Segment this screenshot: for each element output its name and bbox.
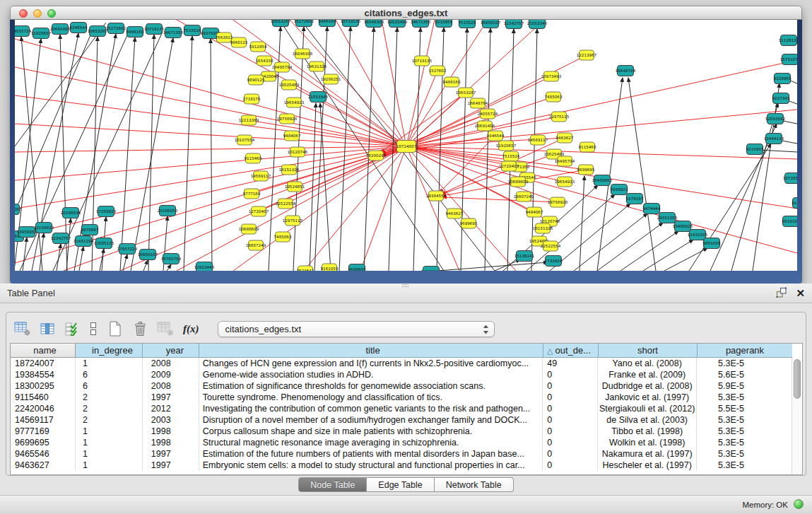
table-cell[interactable]: 18300295 — [11, 380, 76, 392]
column-header-in-degree[interactable]: in_degree — [76, 344, 143, 358]
table-cell[interactable]: Jankovic et al. (1997) — [598, 392, 697, 403]
graph-node[interactable]: 10688609 — [239, 224, 259, 234]
graph-node[interactable]: 14671358 — [163, 28, 184, 38]
table-cell[interactable]: 2 — [76, 403, 143, 414]
table-row[interactable]: 1830029562008Estimation of significance … — [11, 380, 792, 392]
table-cell[interactable]: 1 — [76, 448, 143, 460]
close-panel-icon[interactable]: ✕ — [796, 288, 805, 298]
graph-node[interactable]: 8466160 — [319, 20, 336, 27]
graph-node[interactable]: 9115460 — [245, 153, 262, 163]
graph-node[interactable]: 9890125 — [247, 75, 265, 85]
graph-node[interactable]: 11451194 — [73, 236, 94, 247]
graph-node[interactable]: 8466160 — [443, 77, 461, 87]
table-cell[interactable]: 2008 — [143, 380, 199, 392]
table-cell[interactable]: Structural magnetic resonance image aver… — [199, 437, 543, 448]
panel-resize-grip[interactable] — [402, 284, 408, 287]
graph-node[interactable]: 16151326 — [279, 165, 300, 175]
table-cell[interactable]: 5.3E-5 — [697, 358, 792, 369]
graph-node[interactable]: 9215955 — [746, 144, 764, 155]
table-cell[interactable]: 1998 — [143, 426, 199, 437]
graph-node[interactable]: 19524851 — [285, 182, 305, 192]
graph-node[interactable]: 12923448 — [194, 262, 215, 271]
graph-node[interactable]: 8958923 — [611, 185, 628, 195]
table-row[interactable]: 946554611997Estimation of the future num… — [11, 448, 792, 460]
table-cell[interactable]: 18724007 — [11, 358, 76, 369]
table-cell[interactable]: 1997 — [143, 448, 199, 460]
graph-node[interactable]: 10025489 — [387, 20, 408, 28]
graph-node[interactable]: 19384554 — [426, 191, 447, 201]
table-cell[interactable]: 0 — [543, 448, 598, 460]
column-header-pagerank[interactable]: pagerank — [698, 344, 792, 358]
table-cell[interactable]: 1 — [76, 426, 143, 437]
graph-node[interactable]: 14569117 — [528, 135, 548, 145]
graph-node[interactable]: 21053346 — [308, 92, 329, 103]
table-cell[interactable]: Stergiakouli et al. (2012) — [598, 403, 697, 414]
graph-node[interactable]: 16409953 — [592, 175, 613, 186]
table-cell[interactable]: 5.3E-5 — [697, 414, 792, 426]
graph-node[interactable]: 10688609 — [508, 177, 529, 187]
table-selector-dropdown[interactable]: citations_edges.txt — [218, 321, 495, 337]
table-row[interactable]: 977716911998Corpus callosum shape and si… — [11, 426, 792, 437]
graph-node[interactable]: 8466160 — [126, 27, 144, 37]
graph-node[interactable]: 12975115 — [283, 216, 303, 226]
graph-node[interactable]: 9215955 — [435, 20, 453, 28]
table-cell[interactable]: 6 — [76, 380, 143, 392]
graph-node[interactable]: 10719135 — [341, 20, 361, 27]
window-titlebar[interactable]: citations_edges.txt — [10, 6, 802, 20]
function-builder-button[interactable]: f(x) — [182, 319, 200, 339]
table-cell[interactable]: 2009 — [143, 369, 199, 380]
select-all-button[interactable] — [64, 319, 80, 339]
graph-node[interactable]: 7524541 — [297, 266, 314, 271]
tab-edge-table[interactable]: Edge Table — [367, 477, 434, 492]
unselect-all-button[interactable] — [88, 319, 99, 339]
graph-node[interactable]: 19654923 — [555, 177, 575, 187]
citation-network-graph[interactable]: 2405572411920657206914069346544106532871… — [15, 20, 797, 271]
graph-node[interactable]: 10653287 — [88, 26, 108, 37]
graph-node[interactable]: 18724007 — [396, 141, 417, 153]
graph-node[interactable]: 10973493 — [541, 71, 562, 81]
table-cell[interactable]: Nakamura et al. (1997) — [598, 448, 697, 460]
graph-node[interactable]: 19206251 — [321, 74, 341, 84]
graph-node[interactable]: 6379197 — [626, 194, 644, 204]
graph-node[interactable]: 19631326 — [307, 62, 327, 71]
graph-node[interactable]: 11920657 — [496, 141, 517, 151]
table-cell[interactable]: 22420046 — [11, 403, 76, 414]
graph-node[interactable]: 9463627 — [446, 209, 464, 218]
graph-node[interactable]: 12444133 — [764, 134, 784, 144]
graph-node[interactable]: 11126137 — [779, 35, 797, 46]
table-cell[interactable]: 0 — [543, 380, 598, 392]
graph-node[interactable]: 18807249 — [246, 240, 266, 250]
graph-node[interactable]: 10735541 — [783, 173, 797, 184]
table-cell[interactable]: Investigating the contribution of common… — [199, 403, 543, 414]
table-row[interactable]: 1872400712008Changes of HCN gene express… — [11, 358, 792, 369]
graph-node[interactable]: 12975115 — [549, 112, 570, 122]
table-cell[interactable]: 6 — [76, 369, 143, 380]
graph-node[interactable]: 13505135 — [94, 238, 114, 249]
table-cell[interactable]: Wolkin et al. (1998) — [598, 437, 697, 448]
graph-node[interactable]: 18807249 — [514, 192, 534, 201]
table-cell[interactable]: Estimation of the future numbers of pati… — [199, 448, 543, 460]
table-row[interactable]: 2242004622012Investigating the contribut… — [11, 403, 792, 414]
column-header-name[interactable]: name — [11, 344, 76, 358]
graph-node[interactable]: 9346544 — [487, 131, 505, 141]
graph-node[interactable]: 16151326 — [533, 223, 553, 233]
graph-node[interactable]: 15136141 — [514, 251, 535, 262]
table-cell[interactable]: 19384554 — [11, 369, 76, 380]
table-scrollbar[interactable] — [792, 358, 802, 474]
table-cell[interactable]: 0 — [543, 426, 598, 437]
table-cell[interactable]: 1 — [76, 437, 143, 448]
graph-node[interactable]: 1733426 — [545, 256, 563, 267]
table-cell[interactable]: 1998 — [143, 437, 199, 448]
graph-node[interactable]: 10653287 — [456, 88, 476, 98]
graph-node[interactable]: 9115460 — [579, 142, 596, 152]
table-cell[interactable]: 2003 — [143, 414, 199, 426]
graph-node[interactable]: 19654923 — [284, 98, 305, 107]
table-cell[interactable]: 5.3E-5 — [697, 392, 792, 403]
table-cell[interactable]: Genome-wide association studies in ADHD. — [199, 369, 543, 380]
graph-node[interactable]: 9699695 — [348, 264, 366, 271]
table-cell[interactable]: 5.9E-5 — [697, 380, 792, 392]
float-panel-icon[interactable] — [776, 287, 787, 298]
graph-node[interactable]: 12093582 — [765, 114, 785, 124]
graph-node[interactable]: 16958107 — [481, 20, 501, 28]
graph-node[interactable]: 24055724 — [15, 26, 32, 37]
